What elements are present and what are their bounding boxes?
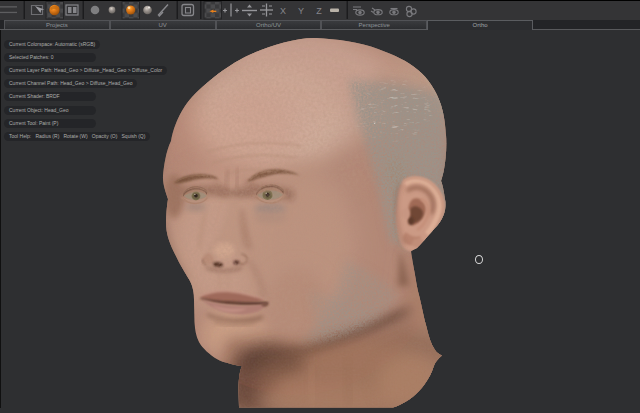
svg-text:Y: Y: [298, 6, 304, 16]
svg-text:Z: Z: [316, 6, 322, 16]
svg-text:X: X: [280, 6, 286, 16]
